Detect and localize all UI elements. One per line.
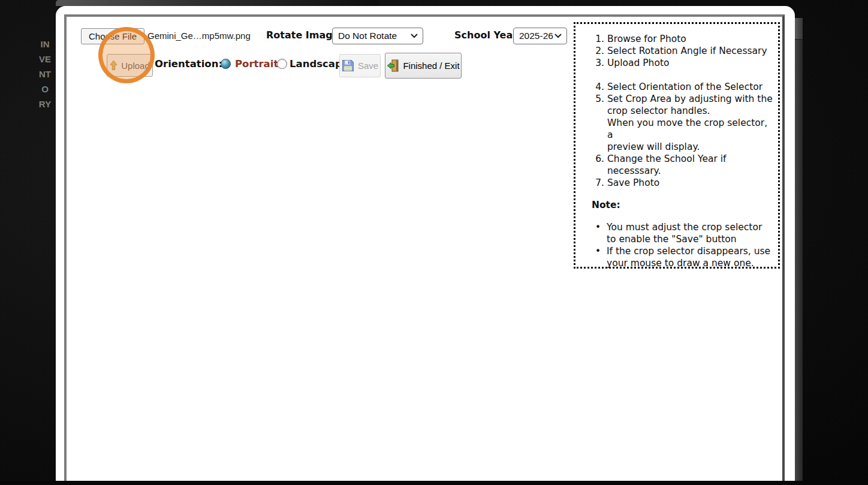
school-year-label: School Year: — [454, 29, 522, 41]
bullet-icon — [592, 245, 604, 269]
instructions-panel: 1. Browse for Photo 2. Select Rotation A… — [574, 22, 780, 269]
photo-upload-dialog: Choose File Gemini_Ge…mp5mw.png Rotate I… — [56, 6, 795, 485]
exit-door-icon — [387, 59, 399, 72]
upload-arrow-icon — [110, 60, 117, 71]
rotate-image-selected-value: Do Not Rotate — [338, 31, 397, 41]
step-text: Set Crop Area by adjusting with the crop… — [607, 93, 773, 153]
notes-list: You must adjust the crop selector to ena… — [592, 221, 773, 269]
instruction-step: 2. Select Rotation Angle if Necessary — [592, 45, 773, 57]
step-number: 3. — [592, 57, 604, 69]
screen-background: INVENTORY Choose File Gemini_Ge…mp5mw.pn… — [0, 0, 868, 485]
note-heading: Note: — [592, 199, 773, 211]
step-number: 7. — [592, 177, 604, 189]
save-button[interactable]: Save — [339, 54, 381, 77]
note-text: If the crop selector disappears, use you… — [607, 245, 770, 269]
school-year-select[interactable]: 2025-26 — [513, 28, 567, 44]
step-text: Save Photo — [607, 177, 659, 189]
step-text: Change the School Year if necesssary. — [607, 153, 727, 177]
save-button-label: Save — [358, 61, 378, 71]
step-number: 5. — [592, 93, 604, 153]
rotate-image-select[interactable]: Do Not Rotate — [332, 28, 423, 44]
chevron-down-icon — [411, 34, 418, 38]
upload-button[interactable]: Upload — [107, 54, 153, 77]
instruction-step: 1. Browse for Photo — [592, 33, 773, 45]
instruction-step: 7. Save Photo — [592, 177, 773, 189]
step-number: 6. — [592, 153, 604, 177]
finished-exit-button[interactable]: Finished / Exit — [385, 53, 462, 79]
orientation-label: Orientation: — [155, 58, 222, 70]
finished-exit-button-label: Finished / Exit — [403, 61, 459, 71]
step-text: Select Rotation Angle if Necessary — [607, 45, 767, 57]
bullet-icon — [592, 221, 604, 245]
step-number: 2. — [592, 45, 604, 57]
upload-form-container: Choose File Gemini_Ge…mp5mw.png Rotate I… — [64, 14, 785, 485]
instruction-step: 3. Upload Photo — [592, 57, 773, 69]
note-item: If the crop selector disappears, use you… — [592, 245, 773, 269]
save-floppy-icon — [342, 59, 354, 72]
step-number: 1. — [592, 33, 604, 45]
scrollbar-thumb[interactable] — [795, 18, 803, 40]
instruction-step: 6. Change the School Year if necesssary. — [592, 153, 773, 177]
selected-filename: Gemini_Ge…mp5mw.png — [147, 31, 251, 41]
chevron-down-icon — [554, 34, 562, 38]
scrollbar-track[interactable] — [795, 18, 803, 485]
window-top-edge — [56, 0, 379, 6]
portrait-radio-label[interactable]: Portrait — [235, 58, 278, 70]
instruction-step: 5. Set Crop Area by adjusting with the c… — [592, 93, 773, 153]
window-bottom-edge — [0, 481, 868, 485]
landscape-radio[interactable] — [277, 59, 287, 69]
step-text: Select Orientation of the Selector — [607, 81, 762, 93]
note-text: You must adjust the crop selector to ena… — [607, 221, 762, 245]
portrait-radio[interactable] — [221, 59, 231, 69]
note-item: You must adjust the crop selector to ena… — [592, 221, 773, 245]
upload-button-label: Upload — [121, 61, 150, 71]
rotate-image-label: Rotate Image — [266, 29, 339, 41]
school-year-selected-value: 2025-26 — [519, 31, 553, 41]
choose-file-button[interactable]: Choose File — [81, 28, 144, 44]
step-text: Upload Photo — [607, 57, 669, 69]
step-text: Browse for Photo — [607, 33, 686, 45]
step-number: 4. — [592, 81, 604, 93]
inventory-vertical-label: INVENTORY — [38, 37, 52, 112]
instruction-step: 4. Select Orientation of the Selector — [592, 81, 773, 93]
